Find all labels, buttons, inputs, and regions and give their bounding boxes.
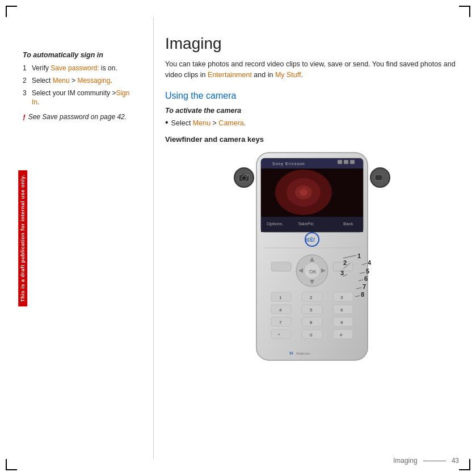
label-1: 1 bbox=[357, 252, 361, 259]
corner-mark-br bbox=[459, 459, 470, 470]
step-num-3: 3 bbox=[23, 89, 30, 108]
page-content: To automatically sign in 1 Verify Save p… bbox=[23, 17, 459, 459]
svg-text:2: 2 bbox=[310, 295, 313, 300]
footer-section: Imaging bbox=[393, 457, 418, 465]
svg-rect-37 bbox=[333, 262, 353, 271]
corner-mark-bl bbox=[6, 459, 17, 470]
link-my-stuff: My Stuff bbox=[275, 71, 301, 79]
svg-point-2 bbox=[243, 177, 246, 180]
svg-text:Options: Options bbox=[267, 221, 283, 226]
svg-rect-13 bbox=[344, 160, 348, 164]
link-entertainment: Entertainment bbox=[208, 71, 252, 79]
svg-text:at&t: at&t bbox=[305, 237, 315, 243]
svg-text:Back: Back bbox=[343, 221, 354, 226]
note-text: See Save password on page 42. bbox=[28, 113, 127, 121]
camera-icon-right bbox=[370, 167, 390, 188]
svg-rect-3 bbox=[242, 174, 245, 175]
footer-divider bbox=[423, 461, 446, 461]
svg-text:6: 6 bbox=[340, 307, 343, 313]
step-2: 2 Select Menu > Messaging. bbox=[23, 76, 136, 86]
link-menu-1: Menu bbox=[53, 77, 70, 85]
svg-text:#: # bbox=[340, 332, 343, 338]
svg-text:Walkman: Walkman bbox=[296, 352, 310, 355]
bullet-dot: • bbox=[165, 118, 169, 127]
step-1: 1 Verify Save password: is on. bbox=[23, 64, 136, 73]
note-icon: ! bbox=[23, 113, 26, 121]
activate-text: Select Menu > Camera. bbox=[171, 119, 246, 127]
step-3: 3 Select your IM community >Sign In. bbox=[23, 89, 136, 108]
camera-shutter-icon bbox=[234, 167, 254, 188]
svg-text:Sony Ericsson: Sony Ericsson bbox=[272, 162, 305, 166]
sign-in-title: To automatically sign in bbox=[23, 51, 136, 59]
link-save-password: Save password: bbox=[50, 64, 99, 72]
activate-title: To activate the camera bbox=[165, 107, 459, 115]
svg-rect-12 bbox=[338, 160, 342, 164]
section-intro: You can take photos and record video cli… bbox=[165, 59, 459, 81]
section-heading: Imaging bbox=[165, 34, 459, 53]
svg-text:TakePic: TakePic bbox=[298, 221, 314, 226]
phone-body-svg: Sony Ericsson bbox=[255, 151, 369, 361]
svg-rect-46 bbox=[333, 305, 353, 314]
camera-svg bbox=[238, 173, 250, 182]
step-1-text: Verify Save password: is on. bbox=[32, 64, 117, 73]
activate-bullet-row: • Select Menu > Camera. bbox=[165, 118, 459, 127]
subsection-title: Using the camera bbox=[165, 91, 459, 101]
camera-icon-left bbox=[234, 167, 254, 188]
video-svg bbox=[374, 173, 386, 182]
corner-mark-tl bbox=[6, 6, 17, 17]
step-2-text: Select Menu > Messaging. bbox=[32, 76, 112, 86]
step-num-2: 2 bbox=[23, 76, 30, 86]
svg-point-4 bbox=[247, 175, 248, 176]
link-camera: Camera bbox=[218, 119, 243, 127]
svg-text:1: 1 bbox=[279, 295, 282, 300]
phone-illustration: Sony Ericsson bbox=[165, 151, 459, 361]
svg-text:7: 7 bbox=[279, 320, 282, 325]
phone-wrap: Sony Ericsson bbox=[233, 151, 391, 361]
svg-rect-36 bbox=[271, 262, 291, 271]
svg-rect-14 bbox=[350, 160, 355, 164]
link-menu-camera: Menu bbox=[193, 119, 210, 127]
svg-text:W: W bbox=[289, 351, 293, 355]
svg-text:OK: OK bbox=[309, 269, 317, 275]
video-icon bbox=[370, 167, 390, 188]
svg-text:4: 4 bbox=[279, 307, 282, 313]
svg-text:*: * bbox=[278, 332, 280, 338]
step-3-text: Select your IM community >Sign In. bbox=[32, 89, 136, 108]
svg-rect-40 bbox=[333, 292, 353, 301]
svg-marker-6 bbox=[382, 176, 385, 179]
svg-rect-58 bbox=[333, 330, 353, 339]
svg-rect-56 bbox=[271, 330, 291, 339]
step-num-1: 1 bbox=[23, 64, 30, 73]
note-row: ! See Save password on page 42. bbox=[23, 113, 136, 121]
svg-rect-5 bbox=[375, 175, 382, 180]
page-footer: Imaging 43 bbox=[393, 457, 459, 465]
svg-rect-20 bbox=[261, 169, 363, 217]
corner-mark-tr bbox=[459, 6, 470, 17]
viewfinder-title: Viewfinder and camera keys bbox=[165, 135, 459, 144]
right-column: Imaging You can take photos and record v… bbox=[159, 17, 459, 459]
svg-text:9: 9 bbox=[340, 320, 343, 325]
footer-page-num: 43 bbox=[452, 457, 459, 465]
left-column: To automatically sign in 1 Verify Save p… bbox=[23, 17, 148, 459]
svg-rect-22 bbox=[261, 229, 363, 232]
svg-text:0: 0 bbox=[310, 332, 313, 338]
link-sign-in: Sign In bbox=[32, 89, 129, 107]
steps-list: 1 Verify Save password: is on. 2 Select … bbox=[23, 64, 136, 107]
column-divider bbox=[153, 17, 154, 459]
link-messaging: Messaging bbox=[77, 77, 110, 85]
svg-text:3: 3 bbox=[340, 295, 343, 300]
svg-text:8: 8 bbox=[310, 320, 313, 325]
svg-text:5: 5 bbox=[310, 307, 313, 313]
svg-rect-52 bbox=[333, 317, 353, 326]
